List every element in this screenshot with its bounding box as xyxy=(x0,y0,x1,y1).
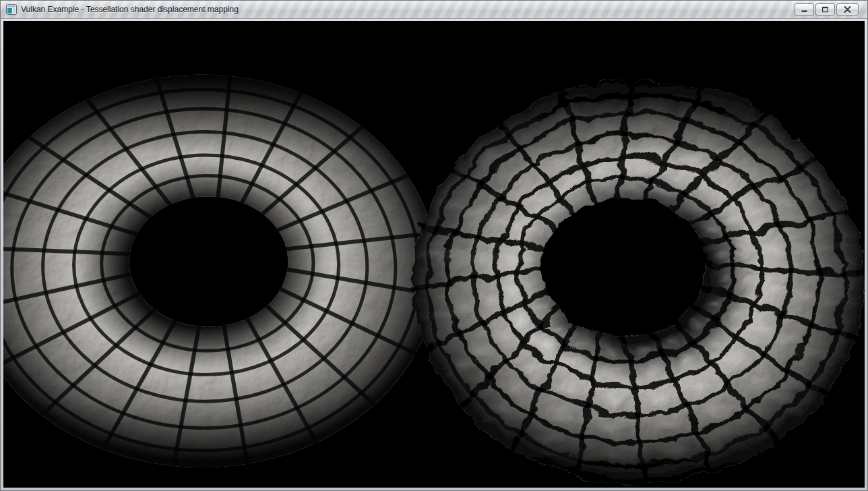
maximize-button[interactable] xyxy=(815,3,835,16)
app-icon xyxy=(6,4,17,15)
close-icon xyxy=(844,6,851,13)
minimize-button[interactable] xyxy=(795,3,814,16)
app-window: Vulkan Example - Tessellation shader dis… xyxy=(0,0,868,491)
close-button[interactable] xyxy=(836,3,859,16)
titlebar[interactable]: Vulkan Example - Tessellation shader dis… xyxy=(1,1,867,19)
render-viewport[interactable] xyxy=(3,21,865,488)
render-canvas[interactable] xyxy=(3,21,865,488)
maximize-icon xyxy=(822,6,829,13)
window-controls xyxy=(795,3,859,16)
window-title: Vulkan Example - Tessellation shader dis… xyxy=(21,5,239,14)
minimize-icon xyxy=(801,6,808,13)
